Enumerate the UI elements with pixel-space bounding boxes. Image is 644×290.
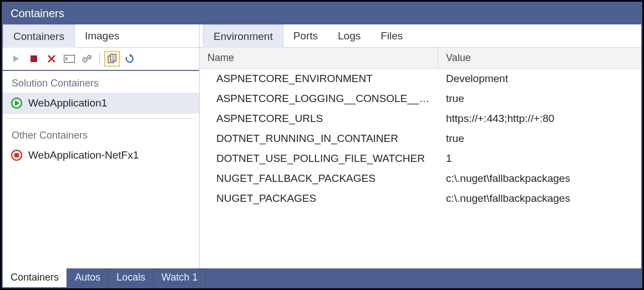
env-grid-header: Name Value: [200, 48, 641, 69]
env-value: 1: [438, 149, 641, 169]
window-body: Containers Images: [3, 24, 641, 268]
env-name: NUGET_FALLBACK_PACKAGES: [200, 169, 438, 189]
close-icon: [47, 54, 56, 63]
settings-button[interactable]: [79, 51, 95, 67]
window-title: Containers: [3, 3, 641, 24]
tab-files[interactable]: Files: [371, 24, 413, 47]
running-status-icon: [11, 97, 23, 109]
env-name: ASPNETCORE_ENVIRONMENT: [200, 69, 438, 89]
stop-icon: [30, 55, 38, 63]
env-row[interactable]: NUGET_PACKAGESc:\.nuget\fallbackpackages: [200, 189, 641, 208]
toolbar: [3, 48, 199, 71]
env-row[interactable]: DOTNET_RUNNING_IN_CONTAINERtrue: [200, 129, 641, 149]
env-name: ASPNETCORE_LOGGING__CONSOLE__DISA...: [200, 89, 438, 109]
env-value: Development: [438, 69, 641, 89]
env-value: true: [438, 129, 641, 149]
terminal-button[interactable]: [62, 51, 77, 67]
env-row[interactable]: ASPNETCORE_ENVIRONMENTDevelopment: [200, 69, 641, 89]
svg-marker-16: [15, 100, 19, 106]
tab-images[interactable]: Images: [75, 24, 129, 47]
env-value: c:\.nuget\fallbackpackages: [438, 189, 641, 208]
left-tabstrip: Containers Images: [3, 24, 199, 48]
env-value: true: [438, 89, 641, 109]
toolbar-separator: [99, 53, 100, 65]
terminal-icon: [64, 55, 75, 63]
col-header-value[interactable]: Value: [438, 48, 641, 68]
bottom-tab-watch1[interactable]: Watch 1: [154, 268, 206, 287]
stop-button[interactable]: [26, 51, 42, 67]
play-icon: [12, 54, 21, 63]
svg-point-6: [84, 59, 86, 61]
svg-rect-4: [64, 55, 75, 63]
bottom-tab-autos[interactable]: Autos: [67, 268, 109, 287]
svg-marker-0: [13, 55, 19, 62]
section-solution-label: Solution Containers: [3, 71, 199, 93]
tab-ports[interactable]: Ports: [283, 24, 328, 47]
details-panel: Environment Ports Logs Files Name Value …: [200, 24, 641, 268]
env-name: NUGET_PACKAGES: [200, 189, 438, 208]
env-value: c:\.nuget\fallbackpackages: [438, 169, 641, 189]
env-row[interactable]: ASPNETCORE_URLShttps://+:443;http://+:80: [200, 109, 641, 129]
svg-rect-18: [14, 153, 19, 157]
bottom-tab-locals[interactable]: Locals: [109, 268, 154, 287]
col-header-name[interactable]: Name: [200, 48, 438, 68]
left-panel: Containers Images: [3, 24, 200, 268]
tab-environment[interactable]: Environment: [203, 24, 283, 48]
tab-containers[interactable]: Containers: [3, 24, 75, 48]
containers-tool-window: Containers Containers Images: [2, 2, 642, 288]
details-tabstrip: Environment Ports Logs Files: [200, 24, 641, 48]
tab-logs[interactable]: Logs: [328, 24, 371, 47]
svg-point-8: [89, 57, 90, 58]
svg-rect-1: [31, 55, 37, 62]
env-row[interactable]: DOTNET_USE_POLLING_FILE_WATCHER1: [200, 149, 641, 169]
start-button[interactable]: [8, 51, 24, 67]
env-row[interactable]: NUGET_FALLBACK_PACKAGESc:\.nuget\fallbac…: [200, 169, 641, 189]
bottom-tab-containers[interactable]: Containers: [3, 268, 67, 287]
refresh-button[interactable]: [122, 51, 138, 67]
bottom-tabstrip: Containers Autos Locals Watch 1: [3, 268, 641, 287]
container-item-label: WebApplication-NetFx1: [28, 149, 139, 161]
container-item-label: WebApplication1: [28, 97, 107, 109]
env-name: DOTNET_USE_POLLING_FILE_WATCHER: [200, 149, 438, 169]
env-grid-body: ASPNETCORE_ENVIRONMENTDevelopmentASPNETC…: [200, 69, 641, 268]
section-divider: [6, 118, 196, 119]
delete-button[interactable]: [44, 51, 59, 67]
refresh-icon: [125, 54, 135, 64]
env-name: DOTNET_RUNNING_IN_CONTAINER: [200, 129, 438, 149]
env-row[interactable]: ASPNETCORE_LOGGING__CONSOLE__DISA...true: [200, 89, 641, 109]
copy-button[interactable]: [104, 51, 120, 67]
env-name: ASPNETCORE_URLS: [200, 109, 438, 129]
section-other-label: Other Containers: [3, 123, 199, 145]
copy-icon: [107, 54, 117, 64]
container-item-webapplication-netfx1[interactable]: WebApplication-NetFx1: [3, 145, 199, 166]
gears-icon: [82, 54, 93, 63]
stopped-status-icon: [11, 149, 23, 161]
container-item-webapplication1[interactable]: WebApplication1: [3, 93, 199, 114]
env-value: https://+:443;http://+:80: [438, 109, 641, 129]
